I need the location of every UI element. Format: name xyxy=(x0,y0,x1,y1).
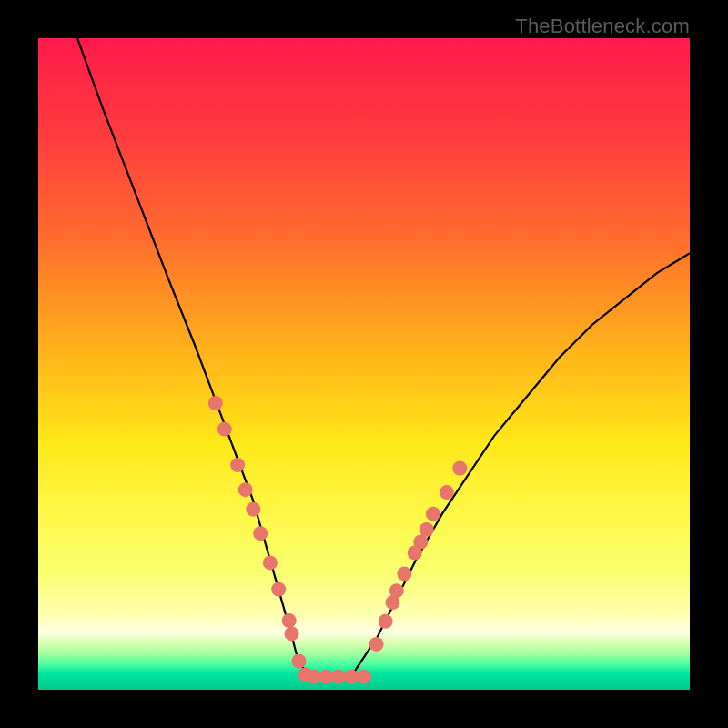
highlight-dot xyxy=(379,614,393,629)
highlight-dot xyxy=(282,613,297,628)
highlight-dot xyxy=(217,422,232,437)
highlight-dot xyxy=(440,485,454,500)
highlight-dot xyxy=(271,582,286,597)
curve-layer xyxy=(38,38,690,690)
chart-frame: TheBottleneck.com xyxy=(0,0,728,728)
highlight-dot xyxy=(397,567,411,581)
highlight-dot xyxy=(389,583,404,598)
highlight-dot xyxy=(357,670,371,684)
highlight-dot xyxy=(413,535,428,550)
highlight-dot xyxy=(208,396,223,410)
highlight-dot xyxy=(452,461,467,476)
highlight-dot xyxy=(246,502,260,517)
highlight-dot xyxy=(291,654,306,669)
highlight-dot xyxy=(285,626,299,641)
highlight-dot xyxy=(238,482,253,497)
bottleneck-curve xyxy=(77,38,690,677)
highlight-dot xyxy=(369,637,384,652)
highlight-dot xyxy=(331,670,346,684)
highlight-dot xyxy=(253,526,268,541)
watermark-label: TheBottleneck.com xyxy=(515,15,690,38)
highlight-dot xyxy=(426,507,440,521)
highlight-dot xyxy=(420,522,434,537)
highlight-dot xyxy=(230,458,245,472)
highlight-dot xyxy=(263,555,278,570)
